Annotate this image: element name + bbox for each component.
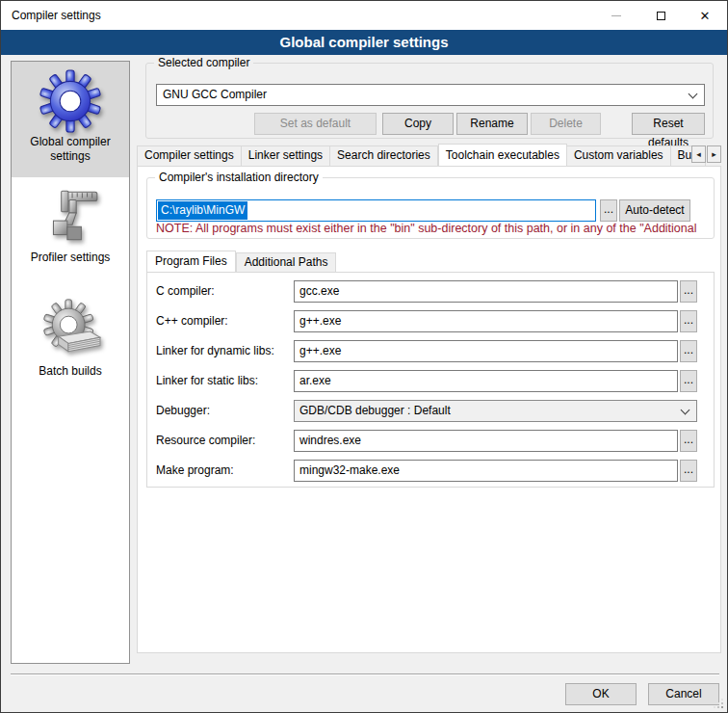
batch-builds-icon (39, 299, 102, 362)
make-program-label: Make program: (156, 460, 234, 482)
window-title: Compiler settings (12, 1, 101, 30)
minimize-icon (611, 15, 621, 16)
linker-dynamic-input[interactable]: g++.exe (294, 340, 678, 362)
selected-compiler-group: Selected compiler GNU GCC Compiler Set a… (145, 63, 714, 139)
close-icon: ✕ (700, 9, 711, 23)
bin-subdirectory-note: NOTE: All programs must exist either in … (156, 222, 719, 235)
tab-compiler-settings[interactable]: Compiler settings (137, 145, 242, 166)
chevron-down-icon (681, 406, 690, 415)
page-title: Global compiler settings (1, 30, 727, 55)
cancel-button[interactable]: Cancel (648, 683, 719, 705)
make-program-browse-button[interactable]: ... (680, 460, 697, 482)
tab-custom-variables[interactable]: Custom variables (567, 145, 671, 166)
compiler-combobox[interactable]: GNU GCC Compiler (156, 84, 705, 106)
debugger-select[interactable]: GDB/CDB debugger : Default (294, 400, 697, 422)
c-compiler-input[interactable]: gcc.exe (294, 280, 678, 303)
install-directory-browse-button[interactable]: ... (600, 199, 617, 222)
maximize-icon (657, 12, 665, 20)
cpp-compiler-input[interactable]: g++.exe (294, 310, 678, 332)
minimize-button[interactable] (594, 1, 638, 30)
sidebar-item-label: Global compiler settings (12, 135, 129, 172)
reset-defaults-button[interactable]: Reset defaults (632, 113, 705, 135)
c-compiler-label: C compiler: (156, 280, 215, 303)
linker-static-browse-button[interactable]: ... (680, 370, 697, 392)
titlebar[interactable]: Compiler settings ✕ (1, 1, 727, 30)
delete-button[interactable]: Delete (531, 113, 601, 135)
install-directory-group-label: Compiler's installation directory (155, 171, 323, 184)
close-button[interactable]: ✕ (683, 1, 727, 30)
linker-dynamic-label: Linker for dynamic libs: (156, 340, 274, 362)
make-program-input[interactable]: mingw32-make.exe (294, 460, 678, 482)
tab-scroll-left-icon[interactable]: ◂ (691, 145, 706, 163)
tab-linker-settings[interactable]: Linker settings (242, 145, 330, 166)
tab-scroll-right-icon[interactable]: ▸ (707, 145, 721, 163)
tab-scroll-buttons: ◂ ▸ (690, 145, 721, 163)
compiler-settings-window: Compiler settings ✕ Global compiler sett… (0, 0, 728, 713)
compiler-combobox-value: GNU GCC Compiler (157, 85, 704, 105)
linker-dynamic-browse-button[interactable]: ... (680, 340, 697, 362)
debugger-label: Debugger: (156, 400, 210, 422)
debugger-select-value: GDB/CDB debugger : Default (299, 404, 451, 417)
tab-toolchain-executables[interactable]: Toolchain executables (438, 144, 567, 166)
compiler-settings-tabstrip: Compiler settings Linker settings Search… (137, 144, 721, 166)
sidebar-item-global-compiler-settings[interactable]: Global compiler settings (12, 62, 129, 177)
set-as-default-button[interactable]: Set as default (254, 113, 377, 135)
linker-static-input[interactable]: ar.exe (294, 370, 678, 392)
compiler-gear-icon (39, 69, 102, 133)
maximize-button[interactable] (638, 1, 683, 30)
settings-category-list: Global compiler settings (11, 61, 130, 664)
sidebar-item-label: Batch builds (12, 364, 129, 386)
copy-button[interactable]: Copy (382, 113, 454, 135)
install-directory-selected-text: C:\raylib\MinGW (158, 201, 247, 220)
tab-additional-paths[interactable]: Additional Paths (236, 252, 337, 272)
sidebar-item-label: Profiler settings (12, 251, 129, 273)
resource-compiler-input[interactable]: windres.exe (294, 430, 678, 452)
linker-static-label: Linker for static libs: (156, 370, 258, 392)
tab-program-files[interactable]: Program Files (146, 251, 236, 272)
tab-search-directories[interactable]: Search directories (330, 145, 438, 166)
resource-compiler-browse-button[interactable]: ... (680, 430, 697, 452)
cpp-compiler-browse-button[interactable]: ... (680, 310, 697, 332)
sidebar-item-profiler-settings[interactable]: Profiler settings (12, 177, 129, 291)
cpp-compiler-label: C++ compiler: (156, 310, 228, 332)
footer-divider (11, 673, 719, 674)
install-directory-input[interactable]: C:\raylib\MinGW (156, 199, 596, 222)
sidebar-item-batch-builds[interactable]: Batch builds (12, 291, 129, 409)
auto-detect-button[interactable]: Auto-detect (619, 199, 690, 222)
c-compiler-browse-button[interactable]: ... (680, 280, 697, 303)
program-files-tabstrip: Program Files Additional Paths (146, 251, 336, 272)
rename-button[interactable]: Rename (456, 113, 528, 135)
resource-compiler-label: Resource compiler: (156, 430, 255, 452)
resize-grip[interactable] (721, 706, 723, 708)
ok-button[interactable]: OK (565, 683, 637, 705)
toolchain-executables-page: Compiler's installation directory C:\ray… (137, 166, 721, 653)
selected-compiler-group-label: Selected compiler (154, 56, 253, 69)
window-controls: ✕ (594, 1, 727, 30)
caliper-icon (39, 185, 102, 249)
